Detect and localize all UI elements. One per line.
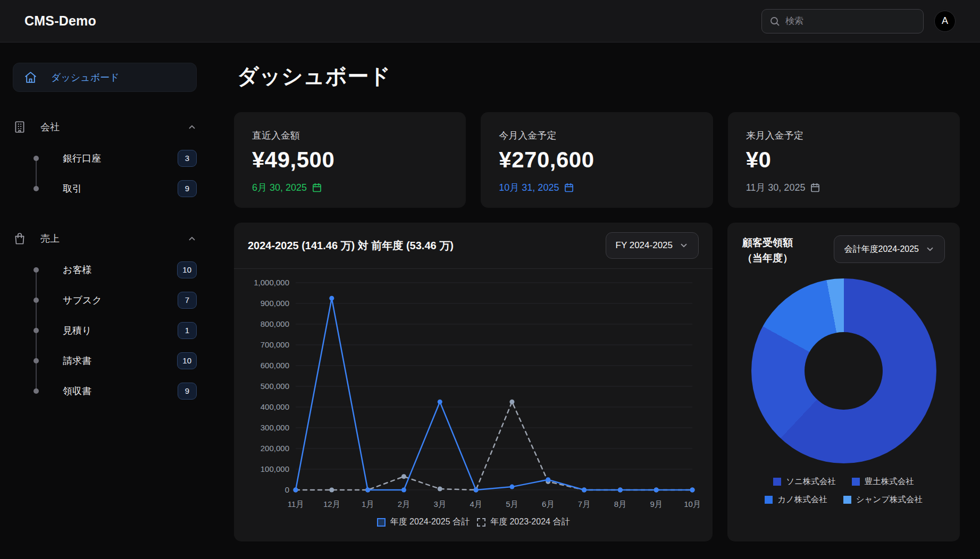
section-header-company[interactable]: 会社 [13,116,197,138]
chevron-down-icon [925,244,935,254]
legend-item-previous-year[interactable]: 年度 2023-2024 合計 [477,516,569,528]
svg-text:12月: 12月 [323,499,340,509]
svg-text:2月: 2月 [398,499,410,509]
donut-title: 顧客受領額 （当年度） [742,235,793,266]
count-badge: 10 [177,352,197,369]
item-label: 取引 [63,182,82,195]
svg-text:900,000: 900,000 [261,299,289,308]
item-label: サブスク [63,294,102,307]
svg-text:5月: 5月 [506,499,518,509]
svg-text:8月: 8月 [614,499,626,509]
svg-text:7月: 7月 [578,499,590,509]
svg-text:100,000: 100,000 [261,464,289,473]
svg-text:200,000: 200,000 [261,444,289,453]
sidebar-item-quotes[interactable]: 見積り 1 [34,315,197,345]
company-items: 銀行口座 3 取引 9 [34,143,197,204]
svg-text:1月: 1月 [362,499,374,509]
svg-text:0: 0 [285,485,289,494]
svg-text:400,000: 400,000 [261,402,289,411]
chevron-down-icon [679,241,689,250]
fiscal-year-dropdown[interactable]: FY 2024-2025 [606,232,699,259]
calendar-icon [564,182,574,193]
search-box[interactable] [761,9,924,33]
sidebar-item-bank-accounts[interactable]: 銀行口座 3 [34,143,197,173]
calendar-icon [312,182,322,193]
legend-swatch [843,496,851,504]
shopping-bag-icon [13,232,27,245]
topbar: CMS-Demo A [0,0,980,43]
sidebar: ダッシュボード 会社 銀行口座 3 取引 9 [0,43,219,559]
sidebar-item-label: ダッシュボード [51,71,120,84]
stat-date: 6月 30, 2025 [252,181,448,194]
sidebar-section-sales: 売上 お客様 10 サブスク 7 見積り 1 請 [13,228,197,406]
stat-label: 今月入金予定 [499,129,694,142]
legend-item-current-year[interactable]: 年度 2024-2025 合計 [377,516,470,528]
donut-legend: ソニ株式会社 豊土株式会社 カノ株式会社 シャンプ株式会社 [742,476,945,505]
legend-swatch-dashed [477,518,485,527]
count-badge: 3 [178,150,197,167]
legend-swatch-solid [377,518,386,527]
stat-date: 10月 31, 2025 [499,181,694,194]
svg-text:800,000: 800,000 [261,319,289,328]
app-title: CMS-Demo [24,13,96,29]
line-chart-legend: 年度 2024-2025 合計 年度 2023-2024 合計 [234,516,713,528]
chevron-up-icon[interactable] [187,122,197,132]
main-content: ダッシュボード 直近入金額 ¥49,500 6月 30, 2025 今月入金予定… [219,43,980,559]
sidebar-item-invoices[interactable]: 請求書 10 [34,345,197,376]
legend-swatch [852,478,860,486]
svg-text:9月: 9月 [650,499,663,509]
sidebar-item-receipts[interactable]: 領収書 9 [34,376,197,406]
svg-text:3月: 3月 [434,499,446,509]
stat-cards-row: 直近入金額 ¥49,500 6月 30, 2025 今月入金予定 ¥270,60… [234,112,960,208]
stat-date: 11月 30, 2025 [746,181,942,194]
stat-label: 来月入金予定 [746,129,942,142]
item-label: 領収書 [63,385,91,397]
chart-title: 2024-2025 (141.46 万) 対 前年度 (53.46 万) [248,239,454,253]
building-icon [13,120,27,134]
home-icon [24,71,37,84]
svg-text:11月: 11月 [288,499,304,509]
avatar[interactable]: A [934,11,956,32]
stat-value: ¥270,600 [499,147,694,173]
svg-text:6月: 6月 [542,499,554,509]
item-label: 見積り [63,324,91,337]
item-label: 銀行口座 [63,152,101,165]
legend-swatch [773,478,781,486]
count-badge: 10 [177,261,197,278]
count-badge: 9 [178,180,197,197]
sidebar-item-subscriptions[interactable]: サブスク 7 [34,285,197,315]
stat-card-this-month: 今月入金予定 ¥270,600 10月 31, 2025 [481,112,713,208]
svg-text:300,000: 300,000 [261,423,289,432]
count-badge: 7 [178,292,197,309]
page-title: ダッシュボード [237,62,960,91]
sidebar-item-transactions[interactable]: 取引 9 [34,173,197,204]
count-badge: 1 [178,322,197,339]
stat-value: ¥49,500 [252,147,448,173]
calendar-icon [810,182,820,193]
svg-text:10月: 10月 [684,499,701,509]
legend-item-company-2[interactable]: 豊土株式会社 [852,476,914,487]
stat-card-next-month: 来月入金予定 ¥0 11月 30, 2025 [728,112,960,208]
legend-item-company-3[interactable]: カノ株式会社 [765,494,827,505]
chevron-up-icon[interactable] [187,234,197,243]
svg-text:600,000: 600,000 [261,361,289,370]
search-input[interactable] [785,16,916,27]
svg-text:500,000: 500,000 [261,382,289,391]
donut-fiscal-year-dropdown[interactable]: 会計年度2024-2025 [834,235,945,263]
stat-value: ¥0 [746,147,942,173]
section-label: 会社 [40,121,60,133]
sidebar-section-company: 会社 銀行口座 3 取引 9 [13,116,197,204]
svg-text:1,000,000: 1,000,000 [254,278,289,287]
section-header-sales[interactable]: 売上 [13,228,197,249]
count-badge: 9 [178,383,197,400]
item-label: 請求書 [63,354,91,367]
sidebar-item-dashboard[interactable]: ダッシュボード [13,63,197,92]
legend-item-company-1[interactable]: ソニ株式会社 [773,476,836,487]
sales-items: お客様 10 サブスク 7 見積り 1 請求書 10 領収書 9 [34,255,197,406]
legend-item-company-4[interactable]: シャンプ株式会社 [843,494,923,505]
customer-receipts-card: 顧客受領額 （当年度） 会計年度2024-2025 [727,223,960,541]
donut-chart[interactable] [751,278,936,463]
search-icon [769,16,780,27]
sidebar-item-customers[interactable]: お客様 10 [34,255,197,285]
svg-text:700,000: 700,000 [261,340,289,349]
